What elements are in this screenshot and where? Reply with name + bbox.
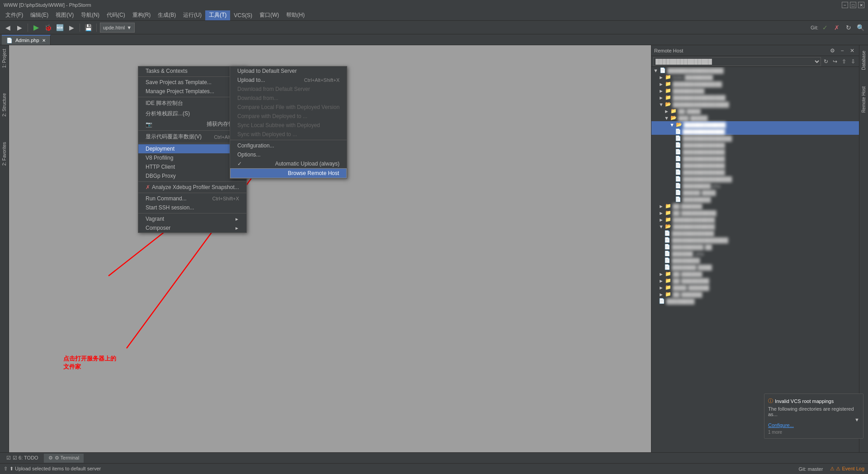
back-button[interactable]: ◀ bbox=[3, 23, 13, 33]
tree-nested-6[interactable]: 📄 ███████ ████ bbox=[651, 264, 859, 270]
menu-vagrant[interactable]: Vagrant ► bbox=[138, 214, 246, 223]
deploy-upload-default[interactable]: Upload to Default Server bbox=[230, 66, 347, 76]
minimize-button[interactable]: − bbox=[842, 2, 848, 8]
tree-folder-g[interactable]: ► 📁 ████ ██████ bbox=[651, 284, 859, 291]
scroll-to-button[interactable]: ↪ bbox=[831, 57, 839, 66]
menu-view[interactable]: 视图(V) bbox=[52, 10, 77, 20]
structure-vtab[interactable]: 2: Structure bbox=[1, 90, 8, 120]
refresh-button[interactable]: ↻ bbox=[822, 57, 830, 66]
menu-window[interactable]: 窗口(W) bbox=[256, 10, 283, 20]
menu-run[interactable]: 运行(U) bbox=[179, 10, 205, 20]
close-tab-icon[interactable]: ✕ bbox=[42, 38, 46, 43]
menu-composer[interactable]: Composer ► bbox=[138, 223, 246, 232]
event-log-status[interactable]: ⚠ ⚠ Event Log bbox=[830, 466, 864, 472]
coverage-button[interactable]: 🆕 bbox=[55, 23, 65, 33]
nested5-label: ████████ bbox=[672, 258, 700, 263]
download-panel-button[interactable]: ⇩ bbox=[849, 57, 857, 66]
panel-close-button[interactable]: ✕ bbox=[848, 47, 856, 55]
remote-host-vtab[interactable]: Remote Host bbox=[860, 83, 867, 116]
deploy-config[interactable]: Configuration... bbox=[230, 141, 347, 150]
active-tab[interactable]: 📄 Admin.php ✕ bbox=[2, 35, 51, 45]
menu-help[interactable]: 帮助(H) bbox=[283, 10, 308, 20]
deploy-upload-to[interactable]: Upload to... Ctrl+Alt+Shift+X bbox=[230, 76, 347, 85]
deploy-browse-remote[interactable]: Browse Remote Host bbox=[230, 168, 347, 178]
tree-item-2[interactable]: ► 📁 ██████████████ bbox=[651, 81, 859, 87]
tree-file-6[interactable]: 📄 ████████████ bbox=[651, 162, 859, 169]
folder-f-icon: 📁 bbox=[665, 278, 671, 284]
tree-file-3[interactable]: 📄 ████████████ bbox=[651, 142, 859, 148]
tree-nested-2[interactable]: 📄 ████████████████ bbox=[651, 237, 859, 243]
terminal-tab[interactable]: ⚙ ⚙ Terminal bbox=[44, 454, 84, 463]
menu-sep-7 bbox=[138, 213, 246, 213]
git-check-icon[interactable]: ✓ bbox=[820, 23, 830, 33]
menu-vcs[interactable]: VCS(S) bbox=[230, 10, 256, 20]
tree-file-8[interactable]: 📄 ██████████████ bbox=[651, 175, 859, 182]
menu-navigate[interactable]: 导航(N) bbox=[77, 10, 103, 20]
tree-folder-f[interactable]: ► 📁 ██ ████████ bbox=[651, 277, 859, 284]
tree-nested-3[interactable]: 📄 █████████ ██ bbox=[651, 243, 859, 250]
project-vtab[interactable]: 1: Project bbox=[1, 45, 8, 71]
tree-nested-4[interactable]: 📄 ██████ .php bbox=[651, 250, 859, 257]
forward-button[interactable]: ▶ bbox=[14, 23, 24, 33]
deploy-options[interactable]: Options... bbox=[230, 150, 347, 159]
tree-file-7[interactable]: 📄 ████████████ bbox=[651, 169, 859, 175]
run-config-dropdown[interactable]: upde.html ▼ bbox=[100, 23, 135, 33]
configure-link[interactable]: Configure... bbox=[768, 422, 859, 428]
tree-file-2[interactable]: 📄 ██████████████ bbox=[651, 135, 859, 142]
run-button[interactable]: ▶ bbox=[31, 23, 41, 33]
menu-xdebug[interactable]: ✗ Analyze Xdebug Profiler Snapshot... bbox=[138, 183, 246, 192]
favorites-vtab[interactable]: 2: Favorites bbox=[1, 138, 8, 169]
tree-file-5[interactable]: 📄 ████████████ bbox=[651, 155, 859, 162]
tree-root[interactable]: ▼ 📄 ████████████████ bbox=[651, 67, 859, 74]
server-dropdown[interactable]: ████████████████ bbox=[653, 57, 821, 66]
tree-folder-a[interactable]: ► 📁 ██ ██████ bbox=[651, 203, 859, 209]
tree-nested-5[interactable]: 📄 ████████ bbox=[651, 257, 859, 264]
tree-file-10[interactable]: 📄 █████ ████ bbox=[651, 189, 859, 196]
menu-code[interactable]: 代码(C) bbox=[103, 10, 129, 20]
database-vtab[interactable]: Database bbox=[860, 47, 867, 74]
menu-refactor[interactable]: 重构(R) bbox=[129, 10, 155, 20]
debug-button[interactable]: 🐞 bbox=[43, 23, 53, 33]
tree-file-4[interactable]: 📄 ████████████ bbox=[651, 148, 859, 155]
deploy-auto-upload[interactable]: ✓ Automatic Upload (always) bbox=[230, 159, 347, 168]
tree-selected-folder[interactable]: ▼ 📂 ████████████ bbox=[651, 121, 859, 128]
menu-ssh[interactable]: Start SSH session... bbox=[138, 203, 246, 212]
todo-tab[interactable]: ☑ ☑ 6: TODO bbox=[2, 454, 43, 463]
tree-item-4[interactable]: ► 📁 ███████████████ bbox=[651, 94, 859, 101]
tree-file-11[interactable]: 📄 ████████ bbox=[651, 196, 859, 203]
menu-file[interactable]: 文件(F) bbox=[2, 10, 27, 20]
tree-boke[interactable]: ► 📁 boke ████████ bbox=[651, 74, 859, 81]
notification-chevron[interactable]: ▼ bbox=[854, 417, 859, 422]
tree-file-9[interactable]: 📄 ████████.php bbox=[651, 182, 859, 189]
tree-folder-b[interactable]: ► 📁 ██ ██████████ bbox=[651, 209, 859, 216]
tree-folder-e[interactable]: ► 📁 ██ ██████ bbox=[651, 270, 859, 277]
tree-file-selected[interactable]: 📄 ████████████ bbox=[651, 128, 859, 135]
panel-settings-button[interactable]: ⚙ bbox=[828, 47, 836, 55]
maximize-button[interactable]: □ bbox=[850, 2, 856, 8]
profile-button[interactable]: ▶ bbox=[66, 23, 76, 33]
tree-nested-1[interactable]: 📄 ████████████ bbox=[651, 230, 859, 237]
tree-item-3[interactable]: ► 📁 █████████ bbox=[651, 87, 859, 94]
close-button[interactable]: ✕ bbox=[858, 2, 864, 8]
upload-panel-button[interactable]: ⇧ bbox=[840, 57, 848, 66]
tree-folder-d[interactable]: ▼ 📂 ████████████ bbox=[651, 223, 859, 230]
git-x-icon[interactable]: ✗ bbox=[832, 23, 842, 33]
tree-expanded-folder[interactable]: ▼ 📂 ████████████████ bbox=[651, 101, 859, 108]
menu-run-command[interactable]: Run Command... Ctrl+Shift+X bbox=[138, 194, 246, 203]
tree-file-final[interactable]: 📄 ████████ bbox=[651, 298, 859, 304]
git-refresh-icon[interactable]: ↻ bbox=[844, 23, 854, 33]
remote-host-toolbar: ████████████████ ↻ ↪ ⇧ ⇩ bbox=[651, 56, 859, 67]
tree-folder-c[interactable]: ► 📁 ████████████ bbox=[651, 216, 859, 223]
panel-minimize-button[interactable]: − bbox=[838, 47, 846, 55]
tree-sub-1[interactable]: ► 📁 ██ ████ bbox=[651, 108, 859, 114]
menu-tools[interactable]: 工具(T) bbox=[205, 10, 230, 20]
tree-folder-h[interactable]: ► 📁 ██ ██████ bbox=[651, 291, 859, 298]
menu-edit[interactable]: 编辑(E) bbox=[27, 10, 52, 20]
tree-sub-2[interactable]: ▼ 📂 ███ █████ bbox=[651, 114, 859, 121]
selected-expand-icon: ▼ bbox=[670, 122, 675, 128]
menu-build[interactable]: 生成(B) bbox=[154, 10, 179, 20]
remote-host-tree: ▼ 📄 ████████████████ ► 📁 boke ████████ ►… bbox=[651, 67, 859, 452]
title-bar-controls: − □ ✕ bbox=[842, 2, 864, 8]
search-toolbar-button[interactable]: 🔍 bbox=[855, 23, 865, 33]
vcs-button[interactable]: 💾 bbox=[83, 23, 93, 33]
